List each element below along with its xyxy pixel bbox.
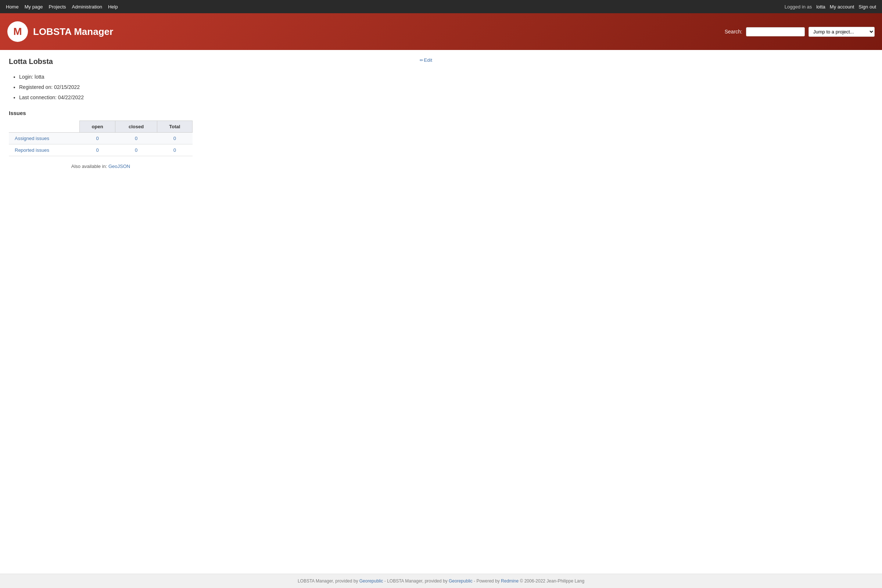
logo: M — [8, 21, 28, 42]
nav-mypage[interactable]: My page — [25, 4, 43, 9]
login-label: Login: — [19, 74, 33, 80]
logged-in-label: Logged in as — [784, 4, 812, 9]
reported-issues-total: 0 — [157, 144, 192, 156]
reported-issues-label: Reported issues — [9, 144, 80, 156]
logged-in-user[interactable]: lotta — [816, 4, 825, 9]
registered-label: Registered on: — [19, 84, 52, 90]
issues-table-head: open closed Total — [9, 121, 193, 133]
geojson-link[interactable]: GeoJSON — [108, 164, 130, 169]
reported-issues-closed: 0 — [116, 144, 157, 156]
also-available: Also available in: GeoJSON — [9, 164, 193, 169]
brand-name: LOBSTA Manager — [33, 26, 113, 38]
also-available-text: Also available in: — [71, 164, 107, 169]
issues-section-title: Issues — [9, 110, 432, 116]
nav-home[interactable]: Home — [6, 4, 19, 9]
jump-to-project-select[interactable]: Jump to a project... — [808, 27, 874, 37]
search-area: Search: Jump to a project... — [725, 27, 874, 37]
search-label: Search: — [725, 28, 742, 34]
page-header-row: ✏Edit Lotta Lobsta — [9, 57, 432, 66]
nav-projects[interactable]: Projects — [49, 4, 66, 9]
nav-administration[interactable]: Administration — [72, 4, 102, 9]
nav-right: Logged in as lotta My account Sign out — [784, 4, 876, 9]
assigned-issues-link[interactable]: Assigned issues — [15, 136, 49, 141]
user-info: Login: lotta Registered on: 02/15/2022 L… — [9, 72, 432, 102]
my-account-link[interactable]: My account — [830, 4, 854, 9]
table-row: Reported issues 0 0 0 — [9, 144, 193, 156]
assigned-issues-open: 0 — [80, 133, 116, 144]
last-connection-item: Last connection: 04/22/2022 — [19, 92, 432, 102]
reported-issues-open: 0 — [80, 144, 116, 156]
registered-item: Registered on: 02/15/2022 — [19, 82, 432, 92]
issues-col-total: Total — [157, 121, 192, 133]
edit-link[interactable]: ✏Edit — [420, 57, 432, 63]
issues-col-label — [9, 121, 80, 133]
issues-table: open closed Total Assigned issues 0 0 0 … — [9, 120, 193, 156]
last-connection-value: 04/22/2022 — [58, 94, 84, 100]
nav-help[interactable]: Help — [108, 4, 118, 9]
issues-col-open: open — [80, 121, 116, 133]
assigned-issues-total: 0 — [157, 133, 192, 144]
reported-issues-link[interactable]: Reported issues — [15, 147, 49, 153]
edit-icon: ✏ — [420, 58, 423, 63]
header-banner: M LOBSTA Manager Search: Jump to a proje… — [0, 13, 882, 50]
last-connection-label: Last connection: — [19, 94, 57, 100]
registered-value: 02/15/2022 — [54, 84, 80, 90]
issues-table-body: Assigned issues 0 0 0 Reported issues 0 … — [9, 133, 193, 156]
main-content: ✏Edit Lotta Lobsta Login: lotta Register… — [0, 50, 441, 176]
login-value: lotta — [34, 74, 44, 80]
assigned-issues-closed: 0 — [116, 133, 157, 144]
page-title: Lotta Lobsta — [9, 57, 432, 66]
login-item: Login: lotta — [19, 72, 432, 82]
issues-table-header-row: open closed Total — [9, 121, 193, 133]
search-input[interactable] — [746, 27, 805, 36]
sign-out-link[interactable]: Sign out — [858, 4, 876, 9]
brand: M LOBSTA Manager — [8, 21, 113, 42]
top-navigation: Home My page Projects Administration Hel… — [0, 0, 882, 13]
user-info-list: Login: lotta Registered on: 02/15/2022 L… — [9, 72, 432, 102]
assigned-issues-label: Assigned issues — [9, 133, 80, 144]
table-row: Assigned issues 0 0 0 — [9, 133, 193, 144]
nav-left: Home My page Projects Administration Hel… — [6, 4, 118, 9]
issues-col-closed: closed — [116, 121, 157, 133]
